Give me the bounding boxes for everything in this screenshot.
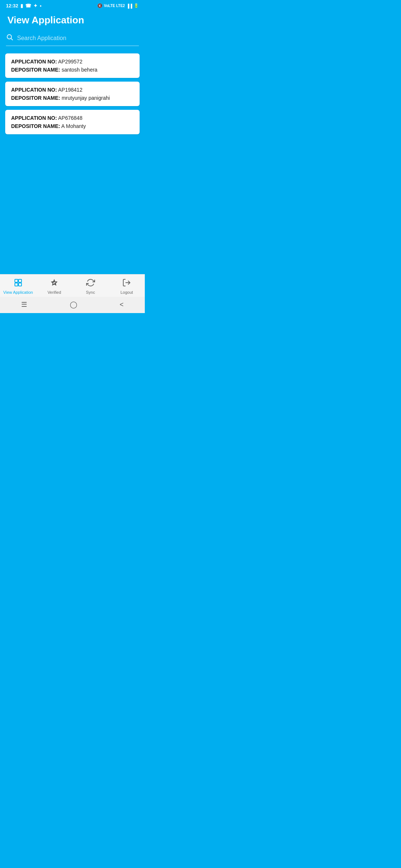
status-right: 🔇 VoLTE LTE2 ▐▐ 🔋 (97, 3, 139, 8)
page-title: View Application (7, 14, 137, 26)
verified-icon (50, 278, 59, 289)
app-no-line: APPLICATION NO: AP198412 (11, 87, 134, 93)
search-bar (6, 33, 139, 46)
dep-name-label: DEPOSITOR NAME: (11, 67, 60, 73)
svg-line-1 (11, 39, 13, 40)
nav-item-logout[interactable]: Logout (109, 278, 145, 295)
view-application-label: View Application (3, 290, 33, 295)
dep-name-value: A Mohanty (61, 123, 86, 129)
mute-icon: 🔇 (97, 3, 102, 8)
app-no-line: APPLICATION NO: AP676848 (11, 115, 134, 121)
android-nav-bar: ☰ ◯ < (0, 297, 145, 313)
logout-icon (122, 278, 131, 289)
lte-indicator: VoLTE LTE2 (104, 4, 125, 8)
view-application-icon (14, 278, 23, 289)
dot-icon: • (40, 3, 42, 9)
applications-list: APPLICATION NO: AP299572 DEPOSITOR NAME:… (0, 52, 145, 274)
sync-icon (86, 278, 95, 289)
search-container (0, 33, 145, 52)
svg-point-0 (7, 34, 12, 39)
wifi-icon: ✦ (33, 3, 38, 9)
search-input[interactable] (17, 35, 139, 42)
home-button[interactable]: ◯ (70, 300, 77, 309)
app-no-value: AP299572 (58, 59, 82, 65)
app-no-line: APPLICATION NO: AP299572 (11, 59, 134, 65)
dep-name-line: DEPOSITOR NAME: santosh behera (11, 67, 134, 73)
status-time: 12:32 (6, 3, 18, 9)
dep-name-line: DEPOSITOR NAME: mrutyunjay panigrahi (11, 95, 134, 101)
status-bar: 12:32 ▮ ☎ ✦ • 🔇 VoLTE LTE2 ▐▐ 🔋 (0, 0, 145, 10)
app-no-label: APPLICATION NO: (11, 59, 57, 65)
svg-rect-2 (15, 279, 18, 282)
sim-icon: ▮ (20, 3, 23, 9)
svg-rect-3 (19, 279, 22, 282)
dep-name-label: DEPOSITOR NAME: (11, 123, 60, 129)
nav-item-view-application[interactable]: View Application (0, 278, 36, 295)
status-left: 12:32 ▮ ☎ ✦ • (6, 3, 42, 9)
page-header: View Application (0, 10, 145, 33)
dep-name-value: mrutyunjay panigrahi (62, 95, 110, 101)
application-card[interactable]: APPLICATION NO: AP299572 DEPOSITOR NAME:… (5, 53, 140, 78)
application-card[interactable]: APPLICATION NO: AP676848 DEPOSITOR NAME:… (5, 110, 140, 134)
nav-item-sync[interactable]: Sync (72, 278, 109, 295)
app-no-value: AP198412 (58, 87, 82, 93)
dep-name-line: DEPOSITOR NAME: A Mohanty (11, 123, 134, 129)
svg-rect-4 (15, 283, 18, 286)
application-card[interactable]: APPLICATION NO: AP198412 DEPOSITOR NAME:… (5, 82, 140, 106)
app-no-label: APPLICATION NO: (11, 115, 57, 121)
dep-name-label: DEPOSITOR NAME: (11, 95, 60, 101)
signal-icon: ▐▐ (126, 4, 132, 8)
app-no-label: APPLICATION NO: (11, 87, 57, 93)
recent-apps-button[interactable]: ☰ (21, 300, 27, 309)
bottom-nav: View Application Verified Sync Logout (0, 274, 145, 297)
dep-name-value: santosh behera (62, 67, 98, 73)
verified-label: Verified (48, 290, 61, 295)
phone-icon: ☎ (25, 3, 31, 9)
sync-label: Sync (86, 290, 95, 295)
back-button[interactable]: < (120, 301, 124, 309)
search-icon (6, 33, 13, 43)
nav-item-verified[interactable]: Verified (36, 278, 73, 295)
svg-rect-5 (19, 283, 22, 286)
battery-icon: 🔋 (134, 3, 139, 8)
app-no-value: AP676848 (58, 115, 82, 121)
logout-label: Logout (120, 290, 133, 295)
